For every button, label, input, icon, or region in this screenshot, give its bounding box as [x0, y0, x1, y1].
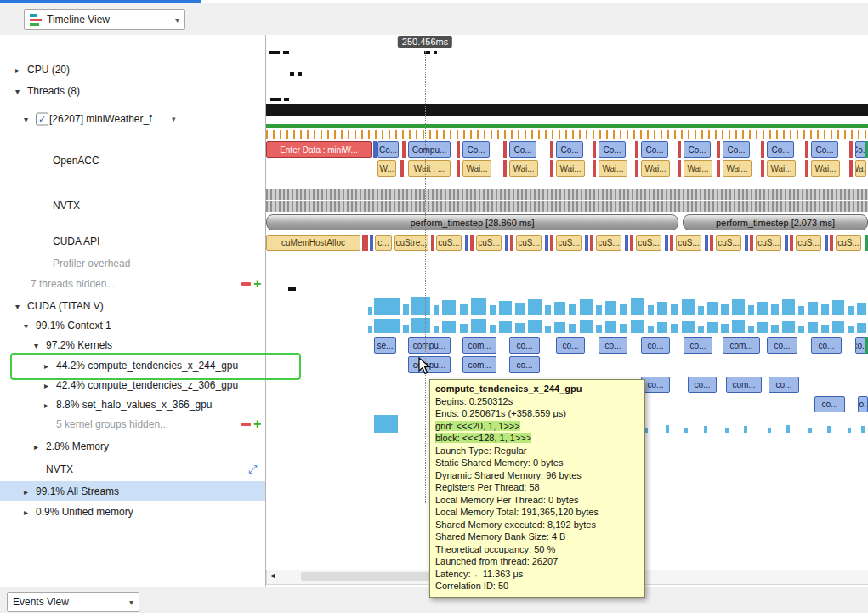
openacc-compute-bar[interactable]	[849, 141, 853, 158]
process-bar-bar[interactable]	[266, 104, 868, 116]
openacc-wait-bar[interactable]: Wai...	[599, 160, 627, 177]
context1-activity-bar[interactable]	[631, 320, 644, 333]
openacc-wait-bar[interactable]: Wai...	[556, 160, 585, 177]
cuda-api-bar[interactable]	[431, 235, 434, 251]
chevron-right-icon[interactable]: ▸	[24, 486, 28, 496]
cuda-api-bar[interactable]	[750, 235, 753, 251]
kernels-all-bar[interactable]: com...	[723, 337, 760, 354]
cuda-api-bar[interactable]	[510, 235, 513, 251]
cuda-api-bar[interactable]	[590, 235, 593, 251]
context1-activity-bar[interactable]	[757, 322, 768, 333]
chevron-right-icon[interactable]: ▸	[44, 381, 48, 390]
openacc-compute-bar[interactable]	[593, 141, 596, 158]
chevron-right-icon[interactable]: ▸	[24, 508, 28, 517]
context1-activity-bar[interactable]	[580, 320, 593, 333]
tree-item-kernel-x244[interactable]: ▸44.2% compute_tendencies_x_244_gpu	[0, 355, 265, 375]
context1-activity-bar[interactable]	[771, 325, 779, 333]
context1-activity-bar[interactable]	[411, 318, 430, 333]
tree-item-context-1[interactable]: ▾99.1% Context 1	[0, 316, 265, 335]
context1-activity-bar[interactable]	[721, 324, 729, 333]
kernel-x244-bar[interactable]: com...	[462, 356, 496, 373]
kernels-all-bar[interactable]: co...	[556, 337, 585, 354]
gpu-activity-bar[interactable]	[832, 300, 844, 315]
context1-activity-bar[interactable]	[434, 326, 439, 333]
context1-activity-bar[interactable]	[620, 324, 627, 333]
context1-activity-bar[interactable]	[596, 325, 602, 333]
kernel-groups-hidden-bar[interactable]	[725, 428, 729, 433]
nvtx-ranges-bar[interactable]: perform_timestep [28.860 ms]	[266, 214, 678, 230]
gpu-activity-bar[interactable]	[757, 302, 768, 315]
context1-activity-bar[interactable]	[732, 320, 745, 333]
cuda-api-bar[interactable]	[362, 235, 368, 251]
gpu-activity-bar[interactable]	[460, 304, 468, 315]
kernel-halo-bar[interactable]: co...	[814, 396, 845, 412]
gpu-activity-bar[interactable]	[721, 304, 729, 315]
cuda-api-bar[interactable]	[745, 235, 748, 251]
context1-activity-bar[interactable]	[748, 326, 754, 333]
cuda-api-bar[interactable]	[830, 235, 833, 251]
openacc-compute-bar[interactable]	[761, 141, 764, 158]
tree-item-cpu[interactable]: ▸CPU (20)	[0, 60, 265, 80]
context1-activity-bar[interactable]	[848, 326, 854, 333]
openacc-compute-bar[interactable]	[402, 141, 406, 158]
cuda-api-bar[interactable]: cuS...	[636, 235, 661, 251]
chevron-down-icon[interactable]: ▾	[24, 115, 28, 124]
gpu-activity-bar[interactable]	[434, 305, 439, 315]
gpu-activity-bar[interactable]	[569, 304, 576, 315]
cuda-api-bar[interactable]	[550, 235, 553, 251]
cuda-api-bar[interactable]	[670, 235, 673, 251]
add-icon[interactable]: +	[253, 420, 261, 429]
openacc-compute-bar[interactable]: Compu...	[408, 141, 451, 158]
openacc-compute-bar[interactable]: Co...	[556, 141, 583, 158]
gpu-activity-bar[interactable]	[620, 304, 627, 315]
tree-item-kernel-halo[interactable]: ▸8.8% set_halo_values_x_366_gpu	[0, 395, 265, 414]
kernel-groups-hidden-bar[interactable]	[848, 428, 851, 433]
gpu-activity-bar[interactable]	[631, 298, 644, 315]
openacc-wait-bar[interactable]	[503, 160, 507, 177]
threads-activity-bar[interactable]	[270, 98, 281, 101]
context1-activity-bar[interactable]	[698, 326, 704, 333]
kernel-groups-hidden-bar[interactable]	[786, 425, 790, 433]
openacc-wait-bar[interactable]	[635, 160, 638, 177]
timeline-view-dropdown[interactable]: Timeline View ▾	[24, 9, 185, 30]
gpu-activity-bar[interactable]	[808, 302, 818, 315]
gpu-activity-bar[interactable]	[782, 299, 795, 315]
events-view-dropdown[interactable]: Events View ▾	[7, 592, 139, 612]
context1-activity-bar[interactable]	[374, 319, 400, 333]
cuda-api-bar[interactable]: cuS...	[716, 235, 741, 251]
gpu-activity-bar[interactable]	[490, 305, 496, 315]
remove-icon[interactable]	[241, 423, 251, 426]
openacc-wait-bar[interactable]: Wai...	[641, 160, 670, 177]
process-green-bar[interactable]	[266, 124, 868, 128]
cpu-activity-bar[interactable]	[298, 72, 302, 76]
cuda-api-bar[interactable]	[785, 235, 788, 251]
time-cursor-badge[interactable]: 250.456ms	[398, 36, 452, 48]
openacc-compute-bar[interactable]: Co...	[723, 141, 750, 158]
context1-activity-bar[interactable]	[460, 324, 468, 333]
openacc-compute-bar[interactable]	[503, 141, 507, 158]
context1-activity-bar[interactable]	[657, 322, 667, 333]
gpu-activity-bar[interactable]	[732, 299, 745, 315]
openacc-wait-bar[interactable]: Wai...	[462, 160, 491, 177]
nvtx-dense-2-bar[interactable]	[266, 201, 868, 212]
process-checkbox[interactable]: ✓	[36, 113, 48, 126]
chevron-down-icon[interactable]: ▾	[34, 341, 38, 350]
context1-activity-bar[interactable]	[782, 321, 795, 333]
gpu-activity-bar[interactable]	[821, 304, 829, 315]
gpu-activity-bar[interactable]	[848, 306, 854, 315]
openacc-compute-bar[interactable]	[678, 141, 681, 158]
tree-item-threads-hidden[interactable]: 7 threads hidden...+	[0, 275, 265, 293]
gpu-activity-bar[interactable]	[648, 305, 654, 315]
openacc-compute-bar[interactable]	[717, 141, 720, 158]
cuda-api-bar[interactable]	[790, 235, 793, 251]
context1-activity-bar[interactable]	[490, 325, 496, 333]
chevron-right-icon[interactable]: ▸	[34, 442, 38, 451]
gpu-activity-bar[interactable]	[605, 301, 616, 315]
gpu-activity-bar[interactable]	[580, 299, 593, 315]
openacc-compute-bar[interactable]: Co...	[462, 141, 490, 158]
nvtx-ranges-bar[interactable]: perform_timestep [2.073 ms]	[683, 214, 868, 230]
chevron-right-icon[interactable]: ▸	[44, 360, 48, 370]
cuda-api-bar[interactable]: cuMemHostAlloc	[266, 235, 360, 251]
tree-item-memory[interactable]: ▸2.8% Memory	[0, 436, 265, 457]
kernel-groups-hidden-bar[interactable]	[374, 415, 398, 433]
